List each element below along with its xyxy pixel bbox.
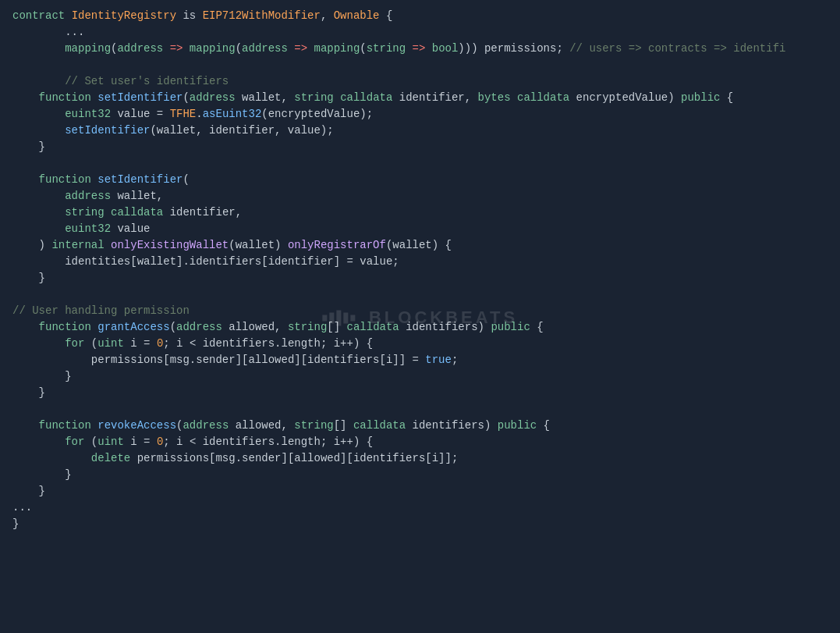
token-plain: { [537, 419, 550, 432]
token-plain: ( [236, 42, 242, 55]
token-kw-type: address [242, 42, 288, 55]
code-line: permissions[msg.sender][allowed][identif… [0, 352, 840, 368]
token-plain: value = [111, 108, 170, 120]
token-fn-name: grantAccess [97, 321, 169, 333]
token-kw-type: bytes [478, 91, 511, 104]
token-plain: ( [360, 42, 366, 55]
token-fn-name: setIdentifier [97, 91, 183, 104]
token-kw: delete [91, 452, 130, 464]
token-plain [12, 206, 65, 219]
token-plain: permissions[msg.sender][allowed][identif… [130, 452, 458, 464]
token-plain: [wallet]. [130, 255, 190, 268]
token-plain: ( [84, 436, 97, 448]
code-line: delete permissions[msg.sender][allowed][… [0, 450, 840, 467]
token-plain [12, 42, 65, 55]
token-kw-type: uint [97, 337, 124, 350]
token-plain: identifier, [163, 206, 242, 219]
token-plain [65, 9, 71, 22]
token-plain: i = [124, 436, 157, 448]
code-line: } [0, 139, 840, 155]
code-line: // Set user's identifiers [0, 73, 840, 90]
token-plain: (wallet) { [386, 239, 452, 251]
token-comment: // Set user's identifiers [65, 75, 229, 87]
token-plain [12, 354, 91, 366]
code-line [0, 286, 840, 303]
token-kw-type: mapping [190, 42, 236, 55]
token-plain: } [12, 485, 45, 497]
token-plain: , [321, 9, 334, 22]
token-plain: (wallet) [229, 239, 288, 251]
token-kw-type: euint32 [65, 222, 111, 235]
token-plain: { [720, 91, 733, 104]
code-line: contract IdentityRegistry is EIP712WithM… [0, 8, 840, 24]
token-plain: ... [12, 501, 32, 514]
token-plain [12, 173, 39, 186]
token-plain: ... [12, 26, 84, 38]
code-line: function revokeAccess(address allowed, s… [0, 418, 840, 434]
code-line: // User handling permission [0, 303, 840, 319]
token-kw-type: string [288, 321, 327, 333]
token-fn-name: setIdentifier [65, 124, 150, 137]
code-line: string calldata identifier, [0, 204, 840, 221]
token-plain: . [196, 108, 202, 120]
code-line: setIdentifier(wallet, identifier, value)… [0, 123, 840, 139]
code-line: } [0, 516, 840, 532]
token-plain: ; [556, 42, 569, 55]
token-kw: function [39, 321, 91, 333]
code-line: } [0, 385, 840, 401]
token-kw: calldata [353, 419, 406, 432]
code-line: address wallet, [0, 188, 840, 204]
token-plain: { [380, 9, 393, 22]
token-plain: ( [84, 337, 97, 350]
code-line: } [0, 270, 840, 286]
token-plain: permissions [91, 354, 163, 366]
token-plain: } [12, 517, 19, 530]
token-plain: } [12, 140, 45, 153]
token-plain: ; i < identifiers.length; i++) { [163, 337, 373, 350]
code-line: } [0, 467, 840, 483]
token-kw-type: string [65, 206, 104, 219]
token-kw-type: string [294, 419, 333, 432]
token-kw: function [39, 173, 91, 186]
token-plain [12, 337, 65, 350]
token-kw: for [65, 436, 84, 448]
token-plain [12, 436, 65, 448]
token-plain: (wallet, identifier, value); [150, 124, 333, 137]
token-kw: function [39, 419, 91, 432]
token-plain [12, 452, 91, 464]
token-contract-name: TFHE [170, 108, 197, 120]
code-line: } [0, 483, 840, 500]
token-kw: calldata [340, 91, 392, 104]
token-kw-vis: public [498, 419, 537, 432]
token-plain: ( [183, 173, 189, 186]
token-plain: } [12, 370, 72, 382]
token-kw-type: uint [97, 436, 124, 448]
token-contract-name: Ownable [334, 9, 380, 22]
token-plain: ) [12, 239, 51, 251]
token-plain: allowed, [222, 321, 288, 333]
token-kw: calldata [111, 206, 163, 219]
code-line: for (uint i = 0; i < identifiers.length;… [0, 434, 840, 450]
token-plain [12, 190, 65, 202]
token-comment: // users => contracts => identifi [569, 42, 785, 55]
token-plain: [] [327, 321, 346, 333]
token-plain: identifier, [392, 91, 477, 104]
token-method: asEuint32 [203, 108, 262, 120]
token-plain: wallet, [236, 91, 295, 104]
token-plain: [msg.sender][allowed][identifiers[i]] = [163, 354, 425, 366]
token-plain: } [12, 272, 45, 284]
token-plain: identities [65, 255, 130, 268]
token-plain [12, 222, 65, 235]
token-plain: identifiers) [399, 321, 491, 333]
token-bool-val: true [425, 354, 452, 366]
token-plain: value [111, 222, 150, 235]
token-plain: ; [452, 354, 458, 366]
token-plain: ; i < identifiers.length; i++) { [163, 436, 373, 448]
token-plain [12, 91, 39, 104]
token-plain [12, 255, 65, 268]
token-plain: } [12, 468, 72, 481]
token-plain: ))) [458, 42, 484, 55]
code-line: } [0, 368, 840, 385]
token-plain: { [530, 321, 544, 333]
token-fn-name: setIdentifier [97, 173, 183, 186]
